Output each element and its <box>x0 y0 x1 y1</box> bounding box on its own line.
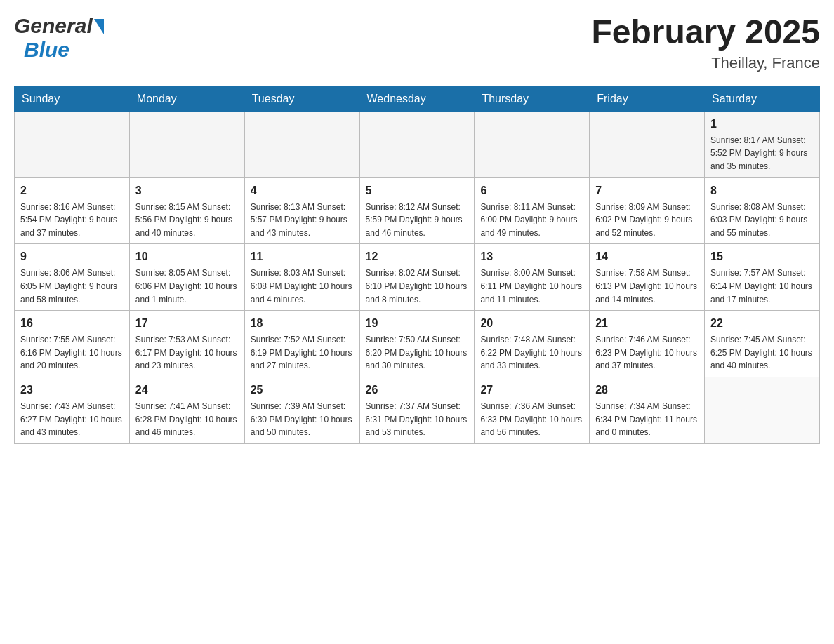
calendar-weekday-tuesday: Tuesday <box>244 86 359 111</box>
calendar-day-cell: 26Sunrise: 7:37 AM Sunset: 6:31 PM Dayli… <box>359 377 475 443</box>
calendar-day-cell: 6Sunrise: 8:11 AM Sunset: 6:00 PM Daylig… <box>475 177 590 244</box>
day-info: Sunrise: 7:39 AM Sunset: 6:30 PM Dayligh… <box>251 401 352 437</box>
day-number: 11 <box>251 248 354 265</box>
day-info: Sunrise: 7:57 AM Sunset: 6:14 PM Dayligh… <box>710 268 812 304</box>
calendar-day-cell: 27Sunrise: 7:36 AM Sunset: 6:33 PM Dayli… <box>475 377 590 443</box>
day-number: 3 <box>135 182 239 199</box>
logo-blue-text: Blue <box>24 38 70 61</box>
day-number: 25 <box>251 382 354 398</box>
day-info: Sunrise: 7:45 AM Sunset: 6:25 PM Dayligh… <box>710 335 812 370</box>
day-info: Sunrise: 7:41 AM Sunset: 6:28 PM Dayligh… <box>135 401 237 437</box>
day-number: 9 <box>20 248 124 265</box>
calendar-day-cell: 13Sunrise: 8:00 AM Sunset: 6:11 PM Dayli… <box>475 244 590 311</box>
day-number: 17 <box>135 315 239 332</box>
day-info: Sunrise: 7:34 AM Sunset: 6:34 PM Dayligh… <box>595 401 697 437</box>
calendar-day-cell: 12Sunrise: 8:02 AM Sunset: 6:10 PM Dayli… <box>359 244 475 311</box>
calendar-day-cell <box>475 111 590 177</box>
calendar-weekday-saturday: Saturday <box>705 86 820 111</box>
day-number: 5 <box>366 182 469 199</box>
day-info: Sunrise: 7:43 AM Sunset: 6:27 PM Dayligh… <box>20 401 122 437</box>
day-number: 20 <box>480 315 583 332</box>
calendar-day-cell: 11Sunrise: 8:03 AM Sunset: 6:08 PM Dayli… <box>244 244 359 311</box>
calendar-weekday-wednesday: Wednesday <box>359 86 475 111</box>
day-info: Sunrise: 8:00 AM Sunset: 6:11 PM Dayligh… <box>480 268 582 304</box>
day-number: 26 <box>366 382 469 398</box>
page-header: General Blue February 2025 Theillay, Fra… <box>14 14 820 72</box>
calendar-weekday-sunday: Sunday <box>15 86 130 111</box>
day-number: 16 <box>20 315 124 332</box>
logo-general-text: General <box>14 14 93 38</box>
day-info: Sunrise: 7:53 AM Sunset: 6:17 PM Dayligh… <box>135 335 237 370</box>
day-info: Sunrise: 7:55 AM Sunset: 6:16 PM Dayligh… <box>20 335 122 370</box>
day-info: Sunrise: 8:08 AM Sunset: 6:03 PM Dayligh… <box>710 202 807 238</box>
calendar-week-row: 1Sunrise: 8:17 AM Sunset: 5:52 PM Daylig… <box>15 111 820 177</box>
calendar-day-cell: 5Sunrise: 8:12 AM Sunset: 5:59 PM Daylig… <box>359 177 475 244</box>
day-info: Sunrise: 7:48 AM Sunset: 6:22 PM Dayligh… <box>480 335 582 370</box>
calendar-day-cell: 23Sunrise: 7:43 AM Sunset: 6:27 PM Dayli… <box>15 377 130 443</box>
calendar-day-cell: 8Sunrise: 8:08 AM Sunset: 6:03 PM Daylig… <box>705 177 820 244</box>
location-subtitle: Theillay, France <box>591 54 820 72</box>
calendar-day-cell: 2Sunrise: 8:16 AM Sunset: 5:54 PM Daylig… <box>15 177 130 244</box>
day-number: 19 <box>366 315 469 332</box>
calendar-day-cell: 10Sunrise: 8:05 AM Sunset: 6:06 PM Dayli… <box>129 244 244 311</box>
calendar-week-row: 9Sunrise: 8:06 AM Sunset: 6:05 PM Daylig… <box>15 244 820 311</box>
calendar-table: SundayMondayTuesdayWednesdayThursdayFrid… <box>14 86 820 444</box>
month-year-title: February 2025 <box>591 14 820 51</box>
day-info: Sunrise: 7:37 AM Sunset: 6:31 PM Dayligh… <box>366 401 468 437</box>
day-info: Sunrise: 8:05 AM Sunset: 6:06 PM Dayligh… <box>135 268 237 304</box>
day-number: 14 <box>595 248 699 265</box>
day-info: Sunrise: 8:15 AM Sunset: 5:56 PM Dayligh… <box>135 202 232 238</box>
calendar-day-cell: 4Sunrise: 8:13 AM Sunset: 5:57 PM Daylig… <box>244 177 359 244</box>
calendar-day-cell: 19Sunrise: 7:50 AM Sunset: 6:20 PM Dayli… <box>359 311 475 377</box>
calendar-week-row: 23Sunrise: 7:43 AM Sunset: 6:27 PM Dayli… <box>15 377 820 443</box>
day-info: Sunrise: 8:02 AM Sunset: 6:10 PM Dayligh… <box>366 268 468 304</box>
calendar-day-cell: 3Sunrise: 8:15 AM Sunset: 5:56 PM Daylig… <box>129 177 244 244</box>
logo-arrow-icon <box>94 19 104 34</box>
day-number: 23 <box>20 382 124 398</box>
day-number: 4 <box>251 182 354 199</box>
title-section: February 2025 Theillay, France <box>591 14 820 72</box>
calendar-day-cell: 14Sunrise: 7:58 AM Sunset: 6:13 PM Dayli… <box>590 244 705 311</box>
day-number: 1 <box>710 116 814 133</box>
day-info: Sunrise: 8:13 AM Sunset: 5:57 PM Dayligh… <box>251 202 348 238</box>
calendar-day-cell: 28Sunrise: 7:34 AM Sunset: 6:34 PM Dayli… <box>590 377 705 443</box>
day-number: 15 <box>710 248 814 265</box>
day-number: 12 <box>366 248 469 265</box>
day-number: 28 <box>595 382 699 398</box>
day-info: Sunrise: 8:09 AM Sunset: 6:02 PM Dayligh… <box>595 202 692 238</box>
day-number: 27 <box>480 382 583 398</box>
calendar-day-cell <box>590 111 705 177</box>
day-number: 18 <box>251 315 354 332</box>
logo: General Blue <box>14 14 104 62</box>
calendar-week-row: 2Sunrise: 8:16 AM Sunset: 5:54 PM Daylig… <box>15 177 820 244</box>
calendar-day-cell: 25Sunrise: 7:39 AM Sunset: 6:30 PM Dayli… <box>244 377 359 443</box>
calendar-day-cell: 18Sunrise: 7:52 AM Sunset: 6:19 PM Dayli… <box>244 311 359 377</box>
day-info: Sunrise: 7:46 AM Sunset: 6:23 PM Dayligh… <box>595 335 697 370</box>
day-number: 10 <box>135 248 239 265</box>
calendar-weekday-thursday: Thursday <box>475 86 590 111</box>
calendar-day-cell <box>129 111 244 177</box>
calendar-week-row: 16Sunrise: 7:55 AM Sunset: 6:16 PM Dayli… <box>15 311 820 377</box>
day-info: Sunrise: 8:06 AM Sunset: 6:05 PM Dayligh… <box>20 268 117 304</box>
calendar-day-cell: 17Sunrise: 7:53 AM Sunset: 6:17 PM Dayli… <box>129 311 244 377</box>
day-number: 13 <box>480 248 583 265</box>
calendar-day-cell: 16Sunrise: 7:55 AM Sunset: 6:16 PM Dayli… <box>15 311 130 377</box>
calendar-header-row: SundayMondayTuesdayWednesdayThursdayFrid… <box>15 86 820 111</box>
calendar-day-cell <box>705 377 820 443</box>
day-number: 8 <box>710 182 814 199</box>
calendar-weekday-friday: Friday <box>590 86 705 111</box>
day-info: Sunrise: 8:16 AM Sunset: 5:54 PM Dayligh… <box>20 202 117 238</box>
day-number: 22 <box>710 315 814 332</box>
day-number: 21 <box>595 315 699 332</box>
day-info: Sunrise: 8:03 AM Sunset: 6:08 PM Dayligh… <box>251 268 352 304</box>
day-number: 7 <box>595 182 699 199</box>
calendar-day-cell: 24Sunrise: 7:41 AM Sunset: 6:28 PM Dayli… <box>129 377 244 443</box>
calendar-day-cell: 7Sunrise: 8:09 AM Sunset: 6:02 PM Daylig… <box>590 177 705 244</box>
calendar-day-cell: 20Sunrise: 7:48 AM Sunset: 6:22 PM Dayli… <box>475 311 590 377</box>
calendar-day-cell <box>15 111 130 177</box>
day-info: Sunrise: 8:11 AM Sunset: 6:00 PM Dayligh… <box>480 202 577 238</box>
calendar-day-cell: 1Sunrise: 8:17 AM Sunset: 5:52 PM Daylig… <box>705 111 820 177</box>
day-info: Sunrise: 7:36 AM Sunset: 6:33 PM Dayligh… <box>480 401 582 437</box>
calendar-day-cell: 15Sunrise: 7:57 AM Sunset: 6:14 PM Dayli… <box>705 244 820 311</box>
calendar-day-cell: 21Sunrise: 7:46 AM Sunset: 6:23 PM Dayli… <box>590 311 705 377</box>
